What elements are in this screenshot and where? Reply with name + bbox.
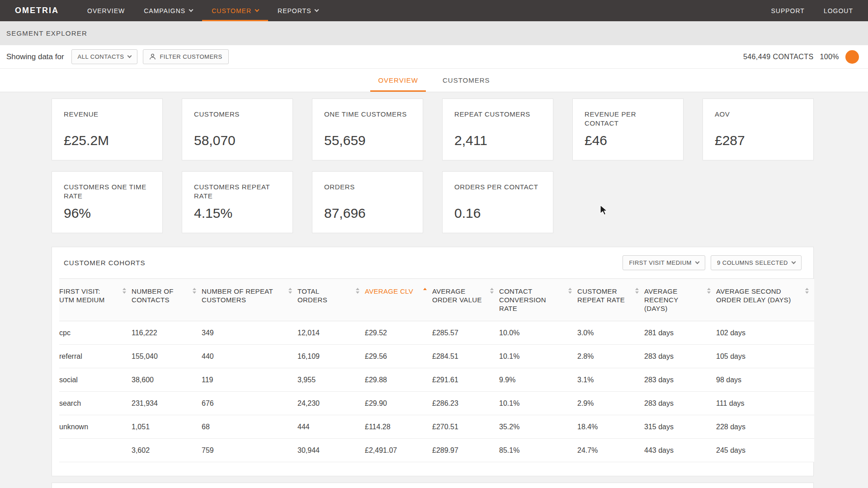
metric-value: 4.15% [194,206,281,221]
sort-icon[interactable] [123,288,126,294]
table-row[interactable]: search 231,934 676 24,230 £29.90 £286.23… [59,392,814,415]
filter-bar: Showing data for ALL CONTACTS FILTER CUS… [0,45,868,69]
nav-item-label: CAMPAIGNS [144,7,185,14]
metric-label: CUSTOMERS ONE TIME RATE [64,183,151,201]
table-row[interactable]: 3,602 759 30,944 £2,491.07 £289.97 85.1%… [59,439,814,462]
cohort-cell: 10.0% [499,321,577,345]
cohort-cell: £114.28 [365,415,432,439]
filter-customers-label: FILTER CUSTOMERS [160,53,222,60]
nav-item-customer[interactable]: CUSTOMER [202,0,268,21]
cohort-cell: 24.7% [577,439,644,462]
cohort-cell: £2,491.07 [365,439,432,462]
sort-ascending-icon[interactable] [423,288,427,291]
nav-item-label: SUPPORT [771,7,804,14]
sort-icon[interactable] [635,288,639,294]
metric-value: £46 [585,133,671,148]
metric-value: 55,659 [324,133,411,148]
cohort-cell: 281 days [644,321,716,345]
content-area: REVENUE £25.2M CUSTOMERS 58,070 ONE TIME… [52,99,814,476]
column-header-contact-conversion-rate[interactable]: CONTACT CONVERSION RATE [499,279,577,321]
sort-icon[interactable] [805,288,809,294]
column-header-average-order-value[interactable]: AVERAGE ORDER VALUE [432,279,499,321]
column-header-label: NUMBER OF CONTACTS [132,287,174,304]
cohort-cell: 111 days [716,392,814,415]
person-icon [149,53,156,60]
cohort-cell: £29.56 [365,345,432,368]
cohort-cell: £29.90 [365,392,432,415]
nav-item-logout[interactable]: LOGOUT [814,0,863,21]
cohort-cell: 2.8% [577,345,644,368]
column-header-total-orders[interactable]: TOTAL ORDERS [297,279,365,321]
cohort-cell: 2.9% [577,392,644,415]
next-section-card [52,483,814,488]
cohort-row-label: search [59,392,132,415]
sort-icon[interactable] [193,288,196,294]
nav-item-label: LOGOUT [824,7,853,14]
filter-customers-button[interactable]: FILTER CUSTOMERS [143,49,228,64]
cohort-cell: £29.88 [365,368,432,392]
cohort-cell: £289.97 [432,439,499,462]
cohorts-controls: FIRST VISIT MEDIUM 9 COLUMNS SELECTED [623,255,802,270]
top-nav: OMETRIA OVERVIEW CAMPAIGNS CUSTOMER REPO… [0,0,868,21]
cohort-row-label: unknown [59,415,132,439]
cohorts-table: FIRST VISIT: UTM MEDIUM NUMBER OF CONTAC… [59,278,814,462]
segment-select-dropdown[interactable]: ALL CONTACTS [71,49,138,64]
cohort-cell: 35.2% [499,415,577,439]
nav-item-campaigns[interactable]: CAMPAIGNS [134,0,202,21]
cohort-cell: 231,934 [132,392,202,415]
metric-label: REVENUE [64,110,151,119]
column-header-first-visit-utm-medium[interactable]: FIRST VISIT: UTM MEDIUM [59,279,132,321]
sort-icon[interactable] [356,288,359,294]
match-percent: 100% [820,53,839,61]
table-row[interactable]: unknown 1,051 68 444 £114.28 £270.51 35.… [59,415,814,439]
ometria-logo[interactable]: OMETRIA [0,0,78,21]
metric-value: £25.2M [64,133,151,148]
metric-value: £287 [715,133,802,148]
nav-right: SUPPORT LOGOUT [761,0,868,21]
column-header-label: AVERAGE SECOND ORDER DELAY (DAYS) [716,287,791,304]
nav-item-label: CUSTOMER [212,7,251,14]
sort-icon[interactable] [568,288,572,294]
table-row[interactable]: referral 155,040 440 16,109 £29.56 £284.… [59,345,814,368]
segment-select-label: ALL CONTACTS [78,53,124,60]
column-header-label: NUMBER OF REPEAT CUSTOMERS [202,287,273,304]
column-header-number-of-repeat-customers[interactable]: NUMBER OF REPEAT CUSTOMERS [202,279,297,321]
cohort-cell: 759 [202,439,297,462]
cohort-cell: £29.52 [365,321,432,345]
cohort-cell: 315 days [644,415,716,439]
metric-label: ORDERS PER CONTACT [454,183,541,192]
sort-icon[interactable] [288,288,292,294]
tab-overview[interactable]: OVERVIEW [370,69,426,92]
metric-label: CUSTOMERS REPEAT RATE [194,183,281,201]
cohort-dimension-dropdown[interactable]: FIRST VISIT MEDIUM [623,255,705,270]
table-row[interactable]: cpc 116,222 349 12,014 £29.52 £285.57 10… [59,321,814,345]
cohort-cell: £291.61 [432,368,499,392]
cohort-cell: 18.4% [577,415,644,439]
sort-icon[interactable] [490,288,494,294]
chevron-down-icon [189,7,193,12]
cohort-cell: 9.9% [499,368,577,392]
column-header-number-of-contacts[interactable]: NUMBER OF CONTACTS [132,279,202,321]
cohort-cell: 3.1% [577,368,644,392]
cohort-cell: 38,600 [132,368,202,392]
cohort-dimension-label: FIRST VISIT MEDIUM [629,259,692,266]
sort-icon[interactable] [707,288,711,294]
cohort-cell: 3.0% [577,321,644,345]
tab-customers[interactable]: CUSTOMERS [435,69,498,92]
table-row[interactable]: social 38,600 119 3,955 £29.88 £291.61 9… [59,368,814,392]
metric-label: ONE TIME CUSTOMERS [324,110,411,119]
column-header-average-clv[interactable]: AVERAGE CLV [365,279,432,321]
column-header-customer-repeat-rate[interactable]: CUSTOMER REPEAT RATE [577,279,644,321]
cohort-cell: 676 [202,392,297,415]
metric-card-aov: AOV £287 [703,99,814,160]
cohorts-title: CUSTOMER COHORTS [64,259,145,267]
cohort-cell: 3,602 [132,439,202,462]
column-header-average-recency-days[interactable]: AVERAGE RECENCY (DAYS) [644,279,716,321]
columns-selected-dropdown[interactable]: 9 COLUMNS SELECTED [711,255,802,270]
nav-item-overview[interactable]: OVERVIEW [78,0,134,21]
column-header-average-second-order-delay-days[interactable]: AVERAGE SECOND ORDER DELAY (DAYS) [716,279,814,321]
nav-item-support[interactable]: SUPPORT [761,0,814,21]
nav-item-reports[interactable]: REPORTS [268,0,328,21]
column-header-label: TOTAL ORDERS [297,287,327,304]
chevron-down-icon [255,7,259,12]
